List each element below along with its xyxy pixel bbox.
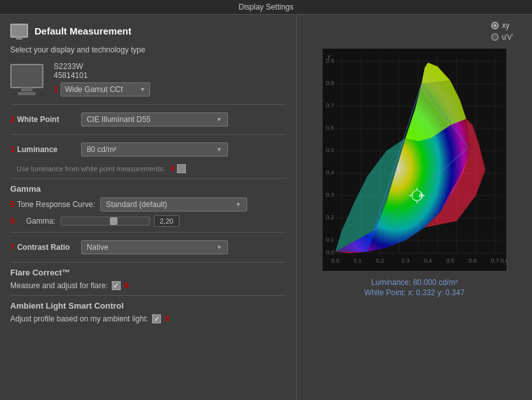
step1-badge: 1 xyxy=(54,85,58,94)
gamma-label: Gamma: xyxy=(17,217,56,226)
ambient-adjust-label: Adjust profile based on my ambient light… xyxy=(10,314,148,323)
step5-badge: 5 xyxy=(10,200,15,209)
gamma-slider-container: 2,20 xyxy=(61,215,179,227)
divider-6 xyxy=(10,295,286,296)
subtitle-text: Select your display and technology type xyxy=(10,45,286,54)
svg-text:0.4: 0.4 xyxy=(326,169,334,176)
monitor-large-icon xyxy=(10,64,43,88)
flare-section: Flare Correct™ Measure and adjust for fl… xyxy=(10,268,286,290)
radio-uv-row[interactable]: u'v' xyxy=(491,33,513,42)
step7-badge: 7 xyxy=(10,243,15,252)
radio-xy-label: xy xyxy=(502,21,510,30)
white-point-arrow: ▼ xyxy=(217,116,222,123)
radio-group: xy u'v' xyxy=(491,21,513,44)
device-name: S2233W xyxy=(54,62,150,71)
step9-badge: 9 xyxy=(165,314,169,323)
device-icon-wrapper xyxy=(10,64,43,95)
svg-text:0.1: 0.1 xyxy=(326,236,334,243)
svg-text:0.5: 0.5 xyxy=(326,147,334,153)
cie-svg: 0.9 0.8 0.7 0.6 0.5 0.4 0.3 0.2 0.1 0.0 … xyxy=(323,49,507,272)
radio-xy-btn[interactable] xyxy=(491,22,499,29)
ambient-title: Ambient Light Smart Control xyxy=(10,301,286,311)
tone-response-dropdown[interactable]: Standard (default) ▼ xyxy=(100,197,247,212)
monitor-icon-small xyxy=(10,24,28,38)
radio-uv-btn[interactable] xyxy=(491,33,499,41)
luminance-row: 3 Luminance 80 cd/m² ▼ xyxy=(10,140,286,159)
flare-checkbox-row: Measure and adjust for flare: 8 xyxy=(10,281,286,290)
tone-response-value: Standard (default) xyxy=(106,200,167,209)
divider-2 xyxy=(10,134,286,135)
left-panel: Default Measurement Select your display … xyxy=(0,15,297,399)
tone-response-arrow: ▼ xyxy=(236,201,241,208)
luminance-info: Luminance: 80.000 cd/m² White Point: x: … xyxy=(365,278,465,298)
device-serial: 45814101 xyxy=(54,71,150,80)
svg-text:0.7: 0.7 xyxy=(491,258,499,264)
svg-text:0.1: 0.1 xyxy=(354,258,362,264)
divider-1 xyxy=(10,104,286,105)
gamma-slider[interactable] xyxy=(61,217,150,226)
tone-response-row: 5 Tone Response Curve: Standard (default… xyxy=(10,197,286,212)
step6-badge: 6 xyxy=(10,217,15,226)
ambient-section: Ambient Light Smart Control Adjust profi… xyxy=(10,301,286,323)
svg-text:0.3: 0.3 xyxy=(402,258,410,264)
step2-badge: 2 xyxy=(10,115,15,124)
divider-4 xyxy=(10,232,286,233)
svg-text:0.8: 0.8 xyxy=(326,80,334,86)
svg-text:0.2: 0.2 xyxy=(376,258,384,264)
device-info: S2233W 45814101 1 Wide Gamut CCf ▼ xyxy=(54,62,150,96)
cie-chart: 0.9 0.8 0.7 0.6 0.5 0.4 0.3 0.2 0.1 0.0 … xyxy=(322,48,507,272)
svg-text:0.6: 0.6 xyxy=(326,125,334,131)
main-container: Default Measurement Select your display … xyxy=(0,15,532,399)
flare-measure-label: Measure and adjust for flare: xyxy=(10,281,108,290)
divider-5 xyxy=(10,262,286,263)
section-header: Default Measurement xyxy=(10,24,286,38)
white-point-dropdown[interactable]: CIE Illuminant D55 ▼ xyxy=(81,112,228,127)
svg-text:0.8: 0.8 xyxy=(501,258,507,264)
white-point-label: White Point xyxy=(17,115,81,124)
svg-text:0.3: 0.3 xyxy=(326,192,334,198)
contrast-ratio-arrow: ▼ xyxy=(217,244,222,250)
radio-xy-row[interactable]: xy xyxy=(491,21,510,30)
contrast-ratio-dropdown[interactable]: Native ▼ xyxy=(81,240,228,254)
tone-response-label: Tone Response Curve: xyxy=(17,200,95,209)
step1-dropdown-arrow: ▼ xyxy=(140,86,146,93)
contrast-ratio-value: Native xyxy=(87,243,109,252)
luminance-readout: Luminance: 80.000 cd/m² xyxy=(365,278,465,287)
svg-text:0.4: 0.4 xyxy=(424,258,432,264)
white-point-readout: White Point: x: 0.332 y: 0.347 xyxy=(365,288,465,297)
svg-text:0.6: 0.6 xyxy=(469,258,477,264)
ambient-checkbox-row: Adjust profile based on my ambient light… xyxy=(10,314,286,323)
title-text: Display Settings xyxy=(238,3,293,12)
white-point-row: 2 White Point CIE Illuminant D55 ▼ xyxy=(10,110,286,129)
use-luminance-checkbox[interactable] xyxy=(177,164,186,173)
luminance-arrow: ▼ xyxy=(217,146,222,153)
step4-badge: 4 xyxy=(170,164,174,173)
svg-text:0.5: 0.5 xyxy=(446,258,455,264)
svg-text:0.2: 0.2 xyxy=(326,214,334,220)
title-bar: Display Settings xyxy=(0,0,532,15)
contrast-ratio-label: Contrast Ratio xyxy=(17,243,81,252)
white-point-value: CIE Illuminant D55 xyxy=(87,115,151,124)
ambient-checkbox[interactable] xyxy=(152,314,161,323)
flare-title: Flare Correct™ xyxy=(10,268,286,277)
svg-text:0.0: 0.0 xyxy=(331,258,340,264)
gamma-slider-thumb[interactable] xyxy=(110,217,118,225)
step3-badge: 3 xyxy=(10,145,15,154)
gamma-section: Gamma 5 Tone Response Curve: Standard (d… xyxy=(10,184,286,227)
gamma-title: Gamma xyxy=(10,184,286,194)
device-section: S2233W 45814101 1 Wide Gamut CCf ▼ xyxy=(10,62,286,96)
svg-text:0.7: 0.7 xyxy=(326,102,334,109)
gamma-value-box: 2,20 xyxy=(154,215,179,227)
luminance-value: 80 cd/m² xyxy=(87,145,117,154)
step1-dropdown[interactable]: Wide Gamut CCf ▼ xyxy=(61,82,150,96)
gamma-slider-row: 6 Gamma: 2,20 xyxy=(10,215,286,227)
luminance-label: Luminance xyxy=(17,145,81,154)
use-luminance-label: Use luminance from white point measureme… xyxy=(17,165,165,173)
section-title: Default Measurement xyxy=(34,26,132,36)
svg-text:⊕: ⊕ xyxy=(418,192,423,199)
svg-text:0.0: 0.0 xyxy=(326,249,334,256)
luminance-dropdown[interactable]: 80 cd/m² ▼ xyxy=(81,142,228,157)
divider-3 xyxy=(10,178,286,179)
step8-badge: 8 xyxy=(125,281,129,290)
flare-checkbox[interactable] xyxy=(112,281,121,290)
